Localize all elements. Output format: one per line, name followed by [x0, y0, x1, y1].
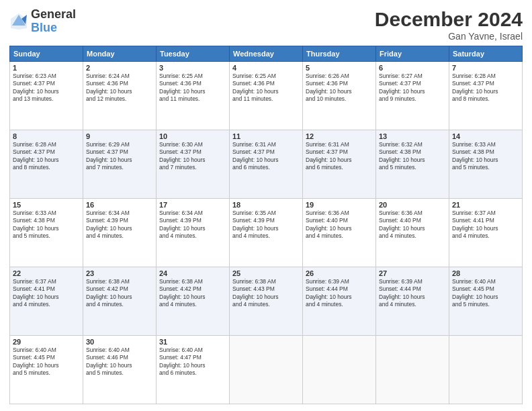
day-number: 8	[13, 132, 80, 140]
day-number: 12	[306, 132, 373, 140]
calendar-week-4: 22Sunrise: 6:37 AM Sunset: 4:41 PM Dayli…	[10, 267, 523, 336]
day-info: Sunrise: 6:37 AM Sunset: 4:41 PM Dayligh…	[452, 210, 519, 240]
day-info: Sunrise: 6:35 AM Sunset: 4:39 PM Dayligh…	[232, 210, 300, 240]
table-row: 1Sunrise: 6:23 AM Sunset: 4:37 PM Daylig…	[10, 62, 83, 130]
logo-icon	[9, 12, 28, 31]
day-info: Sunrise: 6:27 AM Sunset: 4:37 PM Dayligh…	[379, 73, 446, 103]
day-number: 15	[13, 201, 80, 209]
page: General Blue December 2024 Gan Yavne, Is…	[0, 0, 532, 411]
table-row: 21Sunrise: 6:37 AM Sunset: 4:41 PM Dayli…	[449, 199, 523, 267]
day-number: 22	[13, 269, 80, 277]
day-info: Sunrise: 6:31 AM Sunset: 4:37 PM Dayligh…	[306, 141, 373, 172]
logo-text: General Blue	[31, 8, 76, 35]
table-row	[230, 336, 303, 404]
day-number: 25	[232, 269, 300, 277]
day-number: 9	[86, 132, 153, 140]
calendar: Sunday Monday Tuesday Wednesday Thursday…	[9, 46, 523, 404]
day-number: 5	[306, 64, 373, 72]
day-info: Sunrise: 6:29 AM Sunset: 4:37 PM Dayligh…	[86, 141, 153, 172]
day-number: 24	[159, 269, 226, 277]
table-row: 2Sunrise: 6:24 AM Sunset: 4:36 PM Daylig…	[83, 62, 157, 130]
day-info: Sunrise: 6:24 AM Sunset: 4:36 PM Dayligh…	[86, 73, 153, 103]
col-wednesday: Wednesday	[230, 46, 303, 62]
day-number: 2	[86, 64, 153, 72]
table-row: 25Sunrise: 6:38 AM Sunset: 4:43 PM Dayli…	[230, 267, 303, 336]
day-info: Sunrise: 6:31 AM Sunset: 4:37 PM Dayligh…	[232, 141, 300, 172]
calendar-week-1: 1Sunrise: 6:23 AM Sunset: 4:37 PM Daylig…	[10, 62, 523, 130]
table-row: 24Sunrise: 6:38 AM Sunset: 4:42 PM Dayli…	[157, 267, 230, 336]
col-sunday: Sunday	[10, 46, 83, 62]
table-row: 5Sunrise: 6:26 AM Sunset: 4:36 PM Daylig…	[303, 62, 376, 130]
day-info: Sunrise: 6:28 AM Sunset: 4:37 PM Dayligh…	[13, 141, 80, 172]
table-row	[303, 336, 376, 404]
table-row: 29Sunrise: 6:40 AM Sunset: 4:45 PM Dayli…	[10, 336, 83, 404]
day-number: 7	[452, 64, 519, 72]
table-row: 19Sunrise: 6:36 AM Sunset: 4:40 PM Dayli…	[303, 199, 376, 267]
table-row	[449, 336, 523, 404]
day-info: Sunrise: 6:34 AM Sunset: 4:39 PM Dayligh…	[159, 210, 226, 240]
day-info: Sunrise: 6:38 AM Sunset: 4:42 PM Dayligh…	[159, 278, 226, 309]
day-number: 29	[13, 338, 80, 346]
day-info: Sunrise: 6:25 AM Sunset: 4:36 PM Dayligh…	[159, 73, 226, 103]
day-number: 27	[379, 269, 446, 277]
calendar-header-row: Sunday Monday Tuesday Wednesday Thursday…	[10, 46, 523, 62]
table-row: 26Sunrise: 6:39 AM Sunset: 4:44 PM Dayli…	[303, 267, 376, 336]
table-row: 23Sunrise: 6:38 AM Sunset: 4:42 PM Dayli…	[83, 267, 157, 336]
day-info: Sunrise: 6:33 AM Sunset: 4:38 PM Dayligh…	[452, 141, 519, 172]
table-row: 3Sunrise: 6:25 AM Sunset: 4:36 PM Daylig…	[157, 62, 230, 130]
table-row: 16Sunrise: 6:34 AM Sunset: 4:39 PM Dayli…	[83, 199, 157, 267]
logo-blue: Blue	[31, 21, 76, 35]
table-row: 20Sunrise: 6:36 AM Sunset: 4:40 PM Dayli…	[376, 199, 449, 267]
day-info: Sunrise: 6:33 AM Sunset: 4:38 PM Dayligh…	[13, 210, 80, 240]
col-thursday: Thursday	[303, 46, 376, 62]
day-info: Sunrise: 6:40 AM Sunset: 4:47 PM Dayligh…	[159, 347, 226, 377]
day-number: 14	[452, 132, 519, 140]
table-row: 11Sunrise: 6:31 AM Sunset: 4:37 PM Dayli…	[230, 130, 303, 199]
day-number: 6	[379, 64, 446, 72]
col-monday: Monday	[83, 46, 157, 62]
table-row: 7Sunrise: 6:28 AM Sunset: 4:37 PM Daylig…	[449, 62, 523, 130]
day-number: 3	[159, 64, 226, 72]
table-row: 13Sunrise: 6:32 AM Sunset: 4:38 PM Dayli…	[376, 130, 449, 199]
day-info: Sunrise: 6:28 AM Sunset: 4:37 PM Dayligh…	[452, 73, 519, 103]
day-number: 1	[13, 64, 80, 72]
day-info: Sunrise: 6:30 AM Sunset: 4:37 PM Dayligh…	[159, 141, 226, 172]
day-info: Sunrise: 6:36 AM Sunset: 4:40 PM Dayligh…	[379, 210, 446, 240]
day-info: Sunrise: 6:37 AM Sunset: 4:41 PM Dayligh…	[13, 278, 80, 309]
col-tuesday: Tuesday	[157, 46, 230, 62]
table-row: 18Sunrise: 6:35 AM Sunset: 4:39 PM Dayli…	[230, 199, 303, 267]
day-number: 19	[306, 201, 373, 209]
day-info: Sunrise: 6:39 AM Sunset: 4:44 PM Dayligh…	[379, 278, 446, 309]
location: Gan Yavne, Israel	[375, 31, 523, 42]
col-saturday: Saturday	[449, 46, 523, 62]
day-number: 18	[232, 201, 300, 209]
table-row: 27Sunrise: 6:39 AM Sunset: 4:44 PM Dayli…	[376, 267, 449, 336]
table-row: 8Sunrise: 6:28 AM Sunset: 4:37 PM Daylig…	[10, 130, 83, 199]
table-row	[376, 336, 449, 404]
day-info: Sunrise: 6:40 AM Sunset: 4:46 PM Dayligh…	[86, 347, 153, 377]
table-row: 17Sunrise: 6:34 AM Sunset: 4:39 PM Dayli…	[157, 199, 230, 267]
day-info: Sunrise: 6:34 AM Sunset: 4:39 PM Dayligh…	[86, 210, 153, 240]
month-title: December 2024	[375, 8, 523, 31]
table-row: 31Sunrise: 6:40 AM Sunset: 4:47 PM Dayli…	[157, 336, 230, 404]
day-info: Sunrise: 6:36 AM Sunset: 4:40 PM Dayligh…	[306, 210, 373, 240]
table-row: 12Sunrise: 6:31 AM Sunset: 4:37 PM Dayli…	[303, 130, 376, 199]
calendar-week-2: 8Sunrise: 6:28 AM Sunset: 4:37 PM Daylig…	[10, 130, 523, 199]
table-row: 22Sunrise: 6:37 AM Sunset: 4:41 PM Dayli…	[10, 267, 83, 336]
table-row: 9Sunrise: 6:29 AM Sunset: 4:37 PM Daylig…	[83, 130, 157, 199]
col-friday: Friday	[376, 46, 449, 62]
day-info: Sunrise: 6:39 AM Sunset: 4:44 PM Dayligh…	[306, 278, 373, 309]
day-number: 10	[159, 132, 226, 140]
day-number: 13	[379, 132, 446, 140]
day-info: Sunrise: 6:26 AM Sunset: 4:36 PM Dayligh…	[306, 73, 373, 103]
calendar-week-5: 29Sunrise: 6:40 AM Sunset: 4:45 PM Dayli…	[10, 336, 523, 404]
table-row: 30Sunrise: 6:40 AM Sunset: 4:46 PM Dayli…	[83, 336, 157, 404]
table-row: 10Sunrise: 6:30 AM Sunset: 4:37 PM Dayli…	[157, 130, 230, 199]
day-number: 28	[452, 269, 519, 277]
day-info: Sunrise: 6:23 AM Sunset: 4:37 PM Dayligh…	[13, 73, 80, 103]
table-row: 15Sunrise: 6:33 AM Sunset: 4:38 PM Dayli…	[10, 199, 83, 267]
day-number: 20	[379, 201, 446, 209]
day-number: 21	[452, 201, 519, 209]
day-number: 23	[86, 269, 153, 277]
table-row: 6Sunrise: 6:27 AM Sunset: 4:37 PM Daylig…	[376, 62, 449, 130]
